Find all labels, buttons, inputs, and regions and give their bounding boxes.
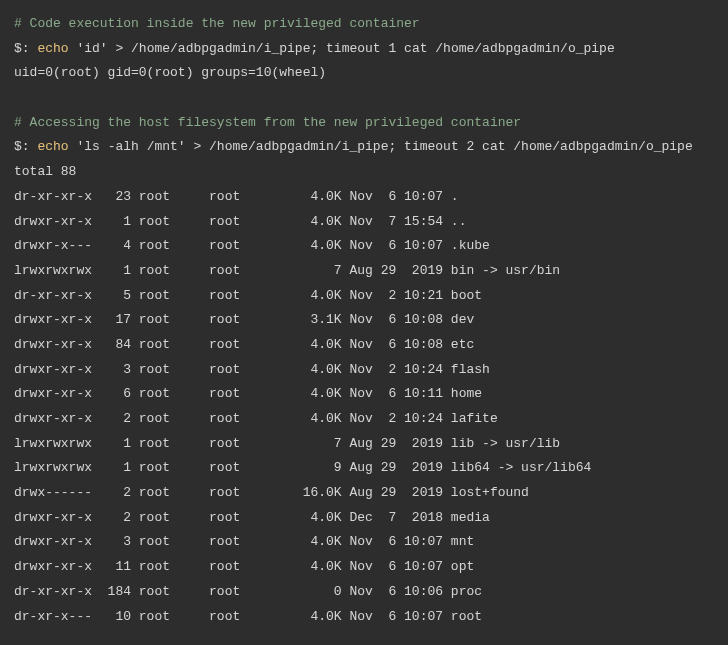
file-row: drwxr-xr-x 6 root root 4.0K Nov 6 10:11 … (14, 382, 714, 407)
prompt-1: $: (14, 41, 37, 56)
command-line-1: $: echo 'id' > /home/adbpgadmin/i_pipe; … (14, 37, 714, 62)
file-row: lrwxrwxrwx 1 root root 7 Aug 29 2019 lib… (14, 432, 714, 457)
file-listing: dr-xr-xr-x 23 root root 4.0K Nov 6 10:07… (14, 185, 714, 629)
prompt-2: $: (14, 139, 37, 154)
file-row: drwxr-xr-x 11 root root 4.0K Nov 6 10:07… (14, 555, 714, 580)
file-row: lrwxrwxrwx 1 root root 7 Aug 29 2019 bin… (14, 259, 714, 284)
file-row: drwxr-xr-x 84 root root 4.0K Nov 6 10:08… (14, 333, 714, 358)
file-row: dr-xr-x--- 10 root root 4.0K Nov 6 10:07… (14, 605, 714, 630)
comment-line-2: # Accessing the host filesystem from the… (14, 111, 714, 136)
file-row: dr-xr-xr-x 5 root root 4.0K Nov 2 10:21 … (14, 284, 714, 309)
echo-cmd-1: echo (37, 41, 68, 56)
cmd-args-1: 'id' > /home/adbpgadmin/i_pipe; timeout … (69, 41, 615, 56)
total-line: total 88 (14, 160, 714, 185)
output-line-1: uid=0(root) gid=0(root) groups=10(wheel) (14, 61, 714, 86)
file-row: drwxr-xr-x 17 root root 3.1K Nov 6 10:08… (14, 308, 714, 333)
echo-cmd-2: echo (37, 139, 68, 154)
file-row: drwxr-x--- 4 root root 4.0K Nov 6 10:07 … (14, 234, 714, 259)
file-row: drwxr-xr-x 3 root root 4.0K Nov 2 10:24 … (14, 358, 714, 383)
command-line-2: $: echo 'ls -alh /mnt' > /home/adbpgadmi… (14, 135, 714, 160)
blank-line-1 (14, 86, 714, 111)
cmd-args-2: 'ls -alh /mnt' > /home/adbpgadmin/i_pipe… (69, 139, 693, 154)
file-row: dr-xr-xr-x 23 root root 4.0K Nov 6 10:07… (14, 185, 714, 210)
file-row: drwxr-xr-x 3 root root 4.0K Nov 6 10:07 … (14, 530, 714, 555)
comment-line-1: # Code execution inside the new privileg… (14, 12, 714, 37)
file-row: drwxr-xr-x 2 root root 4.0K Nov 2 10:24 … (14, 407, 714, 432)
file-row: dr-xr-xr-x 184 root root 0 Nov 6 10:06 p… (14, 580, 714, 605)
file-row: lrwxrwxrwx 1 root root 9 Aug 29 2019 lib… (14, 456, 714, 481)
file-row: drwxr-xr-x 2 root root 4.0K Dec 7 2018 m… (14, 506, 714, 531)
file-row: drwx------ 2 root root 16.0K Aug 29 2019… (14, 481, 714, 506)
file-row: drwxr-xr-x 1 root root 4.0K Nov 7 15:54 … (14, 210, 714, 235)
